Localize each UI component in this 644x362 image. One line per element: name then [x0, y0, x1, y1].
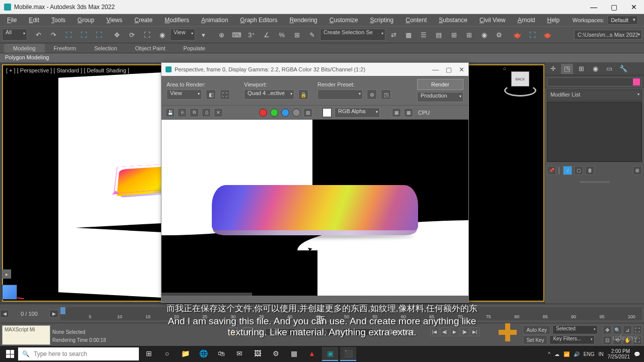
menu-customize[interactable]: Customize: [325, 16, 363, 25]
bg-color-swatch[interactable]: [323, 108, 332, 117]
key-mode-dropdown[interactable]: Selected: [552, 325, 598, 334]
tray-notifications-icon[interactable]: 💬: [634, 351, 640, 357]
modify-tab-icon[interactable]: ◳: [561, 64, 573, 74]
alpha-channel-icon[interactable]: [292, 109, 300, 117]
percent-snap-icon[interactable]: %: [275, 28, 289, 42]
abs-transform-icon[interactable]: ⊕: [244, 327, 253, 336]
taskbar-search[interactable]: 🔍 Type here to search: [18, 347, 139, 360]
menu-file[interactable]: File: [2, 16, 22, 25]
isolate-icon[interactable]: [499, 323, 517, 341]
render-mode-dropdown[interactable]: Production: [417, 92, 463, 102]
viewcube[interactable]: ⌂ BACK: [502, 64, 538, 101]
render-frame-icon[interactable]: 🫖: [510, 28, 524, 42]
tray-volume-icon[interactable]: 🔊: [574, 351, 580, 357]
close-button[interactable]: ✕: [628, 3, 640, 11]
timeline-playhead[interactable]: [60, 307, 65, 314]
tray-chevron-icon[interactable]: ^: [548, 351, 550, 357]
pivot-icon[interactable]: ▾: [196, 28, 210, 42]
menu-scripting[interactable]: Scripting: [365, 16, 399, 25]
tray-cloud-icon[interactable]: ☁: [554, 351, 559, 357]
menu-civil-view[interactable]: Civil View: [474, 16, 511, 25]
mirror-icon[interactable]: ⇄: [386, 28, 400, 42]
menu-group[interactable]: Group: [72, 16, 99, 25]
tray-lang[interactable]: ENG: [584, 351, 595, 357]
3dsmax-taskbar-icon[interactable]: ▣: [322, 347, 338, 361]
ribbon-populate[interactable]: Populate: [174, 44, 214, 53]
tray-wifi-icon[interactable]: 📶: [564, 351, 570, 357]
store-icon[interactable]: 🛍: [213, 347, 229, 361]
env-icon[interactable]: ◳: [381, 89, 391, 100]
render-setup-icon[interactable]: ⚙: [367, 89, 377, 100]
play-icon[interactable]: ▶: [450, 327, 459, 336]
z-field[interactable]: 0.0: [343, 328, 373, 336]
spinner-snap-icon[interactable]: ⊞: [290, 28, 304, 42]
zoom-ext-icon[interactable]: ⊡: [603, 336, 612, 345]
keyboard-icon[interactable]: ⌨: [229, 28, 244, 42]
auto-region-icon[interactable]: ⛶: [220, 89, 230, 100]
channel-dropdown[interactable]: RGB Alpha: [335, 108, 380, 118]
task-view-icon[interactable]: ⊞: [141, 347, 157, 361]
menu-rendering[interactable]: Rendering: [284, 16, 322, 25]
render-minimize-button[interactable]: —: [432, 66, 439, 73]
menu-modifiers[interactable]: Modifiers: [159, 16, 194, 25]
mail-icon[interactable]: ✉: [231, 347, 248, 361]
render-preset-dropdown[interactable]: [317, 89, 363, 100]
maximize-button[interactable]: ▢: [608, 3, 620, 11]
copy-image-icon[interactable]: ⎘: [178, 108, 187, 117]
prev-frame-icon[interactable]: ◀|: [440, 327, 449, 336]
next-frame-icon[interactable]: |▶: [460, 327, 469, 336]
cortana-icon[interactable]: ○: [159, 347, 175, 361]
selection-filter[interactable]: All: [2, 29, 27, 41]
clear-icon[interactable]: ✕: [214, 108, 223, 117]
schematic-icon[interactable]: ⊞: [462, 28, 476, 42]
ribbon-freeform[interactable]: Freeform: [45, 44, 86, 53]
viewcube-home-icon[interactable]: ⌂: [503, 65, 506, 71]
move-icon[interactable]: ✥: [110, 28, 124, 42]
toggle-layer-icon[interactable]: ▤: [432, 28, 446, 42]
timeline-next-icon[interactable]: ▶: [49, 310, 58, 318]
motion-tab-icon[interactable]: ◉: [589, 64, 601, 74]
explorer-icon[interactable]: 📁: [177, 347, 193, 361]
lock-viewport-icon[interactable]: 🔒: [298, 89, 308, 100]
render-maximize-button[interactable]: ▢: [446, 66, 452, 73]
lock-selection-icon[interactable]: 🔒: [228, 327, 237, 336]
acrobat-icon[interactable]: ▲: [304, 347, 320, 361]
pan-icon[interactable]: ✥: [603, 325, 612, 334]
render-titlebar[interactable]: Perspective, frame 0, Display Gamma: 2.2…: [162, 63, 468, 76]
redo-icon[interactable]: ↷: [46, 28, 60, 42]
goto-start-icon[interactable]: |◀: [430, 327, 439, 336]
viewport-expand-icon[interactable]: ▸: [2, 269, 11, 279]
menu-content[interactable]: Content: [400, 16, 432, 25]
edit-region-icon[interactable]: ◧: [206, 89, 216, 100]
start-button[interactable]: [2, 347, 18, 361]
timeline-prev-icon[interactable]: ◀: [0, 310, 9, 318]
render-iter-icon[interactable]: 🫖: [540, 28, 554, 42]
ref-coord[interactable]: View: [170, 29, 195, 41]
render-canvas[interactable]: ➤: [162, 120, 468, 296]
bind-icon[interactable]: ⛶: [92, 28, 106, 42]
tray-clock[interactable]: 2:00 PM 7/25/2021: [608, 348, 630, 359]
render-setup-icon[interactable]: ⚙: [492, 28, 506, 42]
manip-icon[interactable]: ⊕: [214, 28, 228, 42]
undo-icon[interactable]: ↶: [31, 28, 45, 42]
menu-create[interactable]: Create: [129, 16, 157, 25]
render-button[interactable]: Render: [417, 79, 463, 90]
toggle-ui-icon[interactable]: ▦: [392, 108, 401, 117]
link-icon[interactable]: ⛶: [61, 28, 75, 42]
workspace-selector[interactable]: Default: [607, 16, 638, 25]
viewcube-compass[interactable]: [504, 84, 536, 97]
minimize-button[interactable]: —: [588, 3, 600, 11]
ribbon-selection[interactable]: Selection: [85, 44, 126, 53]
edge-icon[interactable]: 🌐: [195, 347, 211, 361]
green-channel-icon[interactable]: [270, 109, 278, 117]
obs-icon[interactable]: ⬛: [340, 347, 356, 361]
setkey-button[interactable]: Set Key: [523, 335, 547, 344]
object-name-field[interactable]: [547, 77, 641, 86]
edit-selection-icon[interactable]: ✎: [305, 28, 319, 42]
align-icon[interactable]: ▦: [401, 28, 416, 42]
menu-substance[interactable]: Substance: [434, 16, 472, 25]
project-path[interactable]: C:\Users\m...s Max 2022: [574, 30, 642, 40]
display-tab-icon[interactable]: ▭: [603, 64, 615, 74]
print-icon[interactable]: ⎙: [202, 108, 211, 117]
render-close-button[interactable]: ✕: [459, 66, 464, 73]
